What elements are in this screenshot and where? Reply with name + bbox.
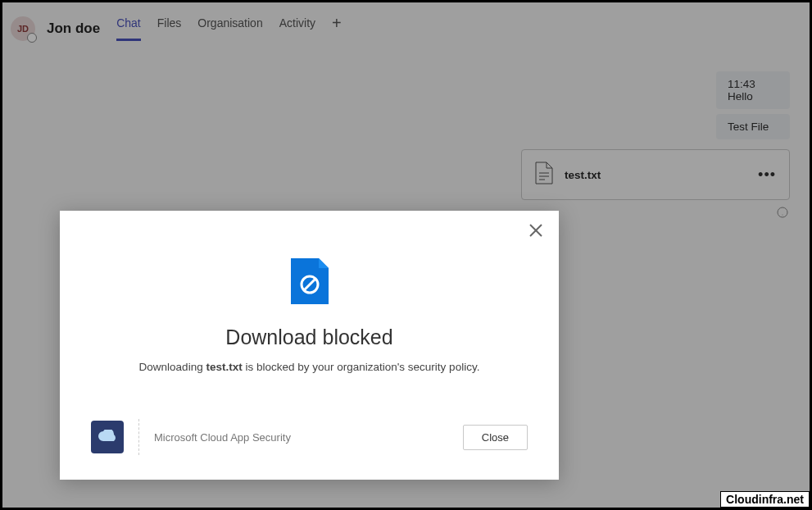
close-button[interactable]: Close — [463, 425, 528, 450]
download-blocked-dialog: Download blocked Downloading test.txt is… — [60, 211, 559, 480]
svg-point-3 — [778, 207, 787, 217]
tab-files[interactable]: Files — [157, 16, 182, 41]
chat-header: JD Jon doe Chat Files Organisation Activ… — [2, 2, 810, 47]
message-bubble: 11:43 Hello — [716, 71, 790, 109]
message-status-icon — [775, 205, 790, 220]
file-icon — [535, 162, 553, 188]
svg-point-4 — [783, 215, 783, 216]
dialog-footer: Microsoft Cloud App Security Close — [91, 419, 528, 455]
dialog-title: Download blocked — [91, 326, 528, 349]
divider — [138, 419, 139, 455]
tab-organisation[interactable]: Organisation — [197, 16, 262, 41]
tab-chat[interactable]: Chat — [116, 16, 141, 41]
tabs: Chat Files Organisation Activity + — [116, 16, 342, 41]
cloud-app-security-icon — [91, 421, 124, 453]
chat-area: 11:43 Hello Test File test.txt ••• — [2, 47, 810, 71]
blocked-file-icon — [91, 258, 528, 304]
file-name: test.txt — [565, 169, 746, 181]
file-attachment[interactable]: test.txt ••• — [521, 149, 790, 200]
watermark: Cloudinfra.net — [720, 491, 810, 508]
close-icon[interactable] — [528, 222, 544, 242]
dialog-description: Downloading test.txt is blocked by your … — [91, 361, 528, 373]
footer-text: Microsoft Cloud App Security — [154, 431, 448, 444]
file-more-icon[interactable]: ••• — [758, 166, 776, 184]
message-bubble: Test File — [716, 114, 790, 139]
contact-avatar[interactable]: JD — [11, 16, 35, 41]
message-text: Hello — [728, 90, 778, 102]
message-time: 11:43 — [728, 78, 778, 90]
tab-add-icon[interactable]: + — [332, 17, 342, 40]
tab-activity[interactable]: Activity — [279, 16, 315, 41]
contact-name: Jon doe — [47, 20, 100, 37]
